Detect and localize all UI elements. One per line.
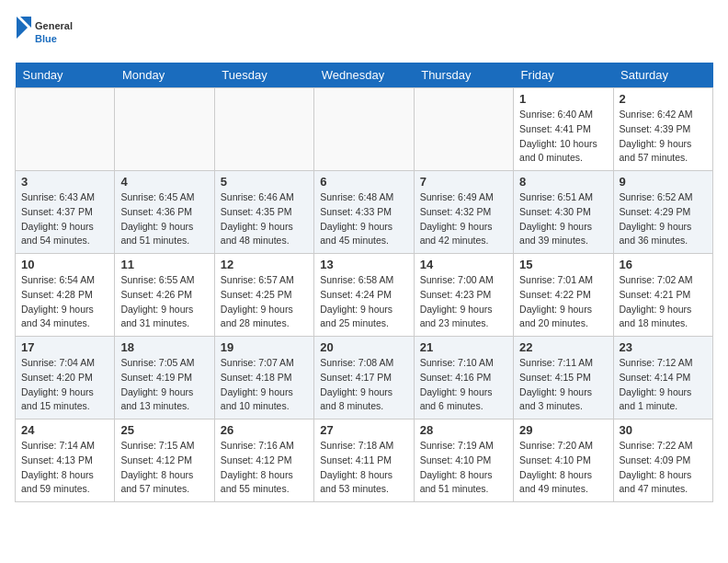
day-number: 10 (21, 258, 108, 271)
calendar-cell: 18Sunrise: 7:05 AMSunset: 4:19 PMDayligh… (115, 337, 214, 419)
weekday-header: Tuesday (214, 63, 313, 88)
day-number: 21 (420, 340, 507, 354)
day-info: Sunrise: 6:42 AMSunset: 4:39 PMDaylight:… (620, 108, 707, 166)
weekday-header: Thursday (414, 63, 513, 88)
calendar-cell: 9Sunrise: 6:52 AMSunset: 4:29 PMDaylight… (613, 171, 712, 254)
day-info: Sunrise: 6:40 AMSunset: 4:41 PMDaylight:… (519, 108, 607, 166)
logo-svg: General Blue (15, 15, 88, 52)
day-number: 6 (320, 175, 407, 189)
calendar-week-row: 10Sunrise: 6:54 AMSunset: 4:28 PMDayligh… (16, 254, 713, 337)
calendar-cell: 21Sunrise: 7:10 AMSunset: 4:16 PMDayligh… (414, 337, 513, 419)
weekday-header: Saturday (613, 63, 712, 88)
day-info: Sunrise: 7:11 AMSunset: 4:15 PMDaylight:… (519, 356, 607, 414)
day-number: 9 (620, 175, 707, 189)
calendar-week-row: 24Sunrise: 7:14 AMSunset: 4:13 PMDayligh… (16, 419, 713, 502)
day-number: 25 (120, 423, 208, 437)
day-info: Sunrise: 7:22 AMSunset: 4:09 PMDaylight:… (620, 439, 707, 497)
day-info: Sunrise: 7:18 AMSunset: 4:11 PMDaylight:… (320, 439, 407, 497)
day-info: Sunrise: 6:48 AMSunset: 4:33 PMDaylight:… (320, 190, 407, 248)
day-info: Sunrise: 6:51 AMSunset: 4:30 PMDaylight:… (519, 190, 607, 248)
calendar-cell (16, 88, 115, 171)
day-info: Sunrise: 6:46 AMSunset: 4:35 PMDaylight:… (221, 190, 308, 248)
day-info: Sunrise: 7:15 AMSunset: 4:12 PMDaylight:… (120, 439, 208, 497)
day-info: Sunrise: 6:43 AMSunset: 4:37 PMDaylight:… (21, 190, 108, 248)
day-number: 4 (120, 175, 208, 189)
day-info: Sunrise: 7:05 AMSunset: 4:19 PMDaylight:… (120, 356, 208, 414)
calendar-cell: 14Sunrise: 7:00 AMSunset: 4:23 PMDayligh… (414, 254, 513, 337)
calendar-cell: 5Sunrise: 6:46 AMSunset: 4:35 PMDaylight… (214, 171, 313, 254)
calendar-cell: 7Sunrise: 6:49 AMSunset: 4:32 PMDaylight… (414, 171, 513, 254)
day-info: Sunrise: 7:12 AMSunset: 4:14 PMDaylight:… (620, 356, 707, 414)
calendar-cell: 27Sunrise: 7:18 AMSunset: 4:11 PMDayligh… (314, 419, 414, 502)
day-info: Sunrise: 7:14 AMSunset: 4:13 PMDaylight:… (21, 439, 108, 497)
day-info: Sunrise: 7:02 AMSunset: 4:21 PMDaylight:… (620, 273, 707, 331)
day-number: 20 (320, 340, 407, 354)
day-info: Sunrise: 6:58 AMSunset: 4:24 PMDaylight:… (320, 273, 407, 331)
day-number: 29 (519, 423, 607, 437)
calendar-cell: 29Sunrise: 7:20 AMSunset: 4:10 PMDayligh… (514, 419, 613, 502)
day-number: 14 (420, 258, 507, 271)
calendar-cell: 13Sunrise: 6:58 AMSunset: 4:24 PMDayligh… (314, 254, 414, 337)
calendar-cell (214, 88, 313, 171)
day-info: Sunrise: 7:10 AMSunset: 4:16 PMDaylight:… (420, 356, 507, 414)
day-number: 5 (221, 175, 308, 189)
calendar-cell: 1Sunrise: 6:40 AMSunset: 4:41 PMDaylight… (514, 88, 613, 171)
calendar-cell: 15Sunrise: 7:01 AMSunset: 4:22 PMDayligh… (514, 254, 613, 337)
day-info: Sunrise: 7:08 AMSunset: 4:17 PMDaylight:… (320, 356, 407, 414)
day-info: Sunrise: 6:45 AMSunset: 4:36 PMDaylight:… (120, 190, 208, 248)
day-number: 13 (320, 258, 407, 271)
day-info: Sunrise: 6:49 AMSunset: 4:32 PMDaylight:… (420, 190, 507, 248)
calendar-table: SundayMondayTuesdayWednesdayThursdayFrid… (15, 63, 713, 502)
calendar-week-row: 17Sunrise: 7:04 AMSunset: 4:20 PMDayligh… (16, 337, 713, 419)
day-number: 19 (221, 340, 308, 354)
day-number: 22 (519, 340, 607, 354)
day-number: 11 (120, 258, 208, 271)
day-number: 12 (221, 258, 308, 271)
calendar-cell: 19Sunrise: 7:07 AMSunset: 4:18 PMDayligh… (214, 337, 313, 419)
weekday-header: Friday (514, 63, 613, 88)
day-info: Sunrise: 7:00 AMSunset: 4:23 PMDaylight:… (420, 273, 507, 331)
weekday-header: Wednesday (314, 63, 414, 88)
calendar-cell: 30Sunrise: 7:22 AMSunset: 4:09 PMDayligh… (613, 419, 712, 502)
day-number: 27 (320, 423, 407, 437)
calendar-week-row: 3Sunrise: 6:43 AMSunset: 4:37 PMDaylight… (16, 171, 713, 254)
calendar-cell: 6Sunrise: 6:48 AMSunset: 4:33 PMDaylight… (314, 171, 414, 254)
day-info: Sunrise: 7:01 AMSunset: 4:22 PMDaylight:… (519, 273, 607, 331)
day-number: 30 (620, 423, 707, 437)
logo: General Blue (15, 15, 88, 52)
calendar-cell: 17Sunrise: 7:04 AMSunset: 4:20 PMDayligh… (16, 337, 115, 419)
calendar-cell: 4Sunrise: 6:45 AMSunset: 4:36 PMDaylight… (115, 171, 214, 254)
day-info: Sunrise: 7:19 AMSunset: 4:10 PMDaylight:… (420, 439, 507, 497)
day-number: 2 (620, 92, 707, 106)
calendar-cell: 26Sunrise: 7:16 AMSunset: 4:12 PMDayligh… (214, 419, 313, 502)
calendar-cell: 24Sunrise: 7:14 AMSunset: 4:13 PMDayligh… (16, 419, 115, 502)
day-number: 17 (21, 340, 108, 354)
day-info: Sunrise: 6:54 AMSunset: 4:28 PMDaylight:… (21, 273, 108, 331)
calendar-cell: 25Sunrise: 7:15 AMSunset: 4:12 PMDayligh… (115, 419, 214, 502)
calendar-cell: 23Sunrise: 7:12 AMSunset: 4:14 PMDayligh… (613, 337, 712, 419)
day-number: 7 (420, 175, 507, 189)
calendar-cell: 20Sunrise: 7:08 AMSunset: 4:17 PMDayligh… (314, 337, 414, 419)
day-number: 18 (120, 340, 208, 354)
calendar-cell: 11Sunrise: 6:55 AMSunset: 4:26 PMDayligh… (115, 254, 214, 337)
day-number: 15 (519, 258, 607, 271)
weekday-header: Sunday (16, 63, 115, 88)
calendar-cell: 2Sunrise: 6:42 AMSunset: 4:39 PMDaylight… (613, 88, 712, 171)
calendar-week-row: 1Sunrise: 6:40 AMSunset: 4:41 PMDaylight… (16, 88, 713, 171)
calendar-cell: 22Sunrise: 7:11 AMSunset: 4:15 PMDayligh… (514, 337, 613, 419)
calendar-cell: 12Sunrise: 6:57 AMSunset: 4:25 PMDayligh… (214, 254, 313, 337)
day-info: Sunrise: 7:07 AMSunset: 4:18 PMDaylight:… (221, 356, 308, 414)
day-number: 24 (21, 423, 108, 437)
day-number: 26 (221, 423, 308, 437)
calendar-cell: 8Sunrise: 6:51 AMSunset: 4:30 PMDaylight… (514, 171, 613, 254)
calendar-cell (414, 88, 513, 171)
calendar-cell: 28Sunrise: 7:19 AMSunset: 4:10 PMDayligh… (414, 419, 513, 502)
calendar-cell: 3Sunrise: 6:43 AMSunset: 4:37 PMDaylight… (16, 171, 115, 254)
day-info: Sunrise: 7:20 AMSunset: 4:10 PMDaylight:… (519, 439, 607, 497)
day-info: Sunrise: 6:57 AMSunset: 4:25 PMDaylight:… (221, 273, 308, 331)
day-number: 1 (519, 92, 607, 106)
day-number: 28 (420, 423, 507, 437)
calendar-cell (314, 88, 414, 171)
page-header: General Blue (15, 15, 713, 52)
weekday-header: Monday (115, 63, 214, 88)
